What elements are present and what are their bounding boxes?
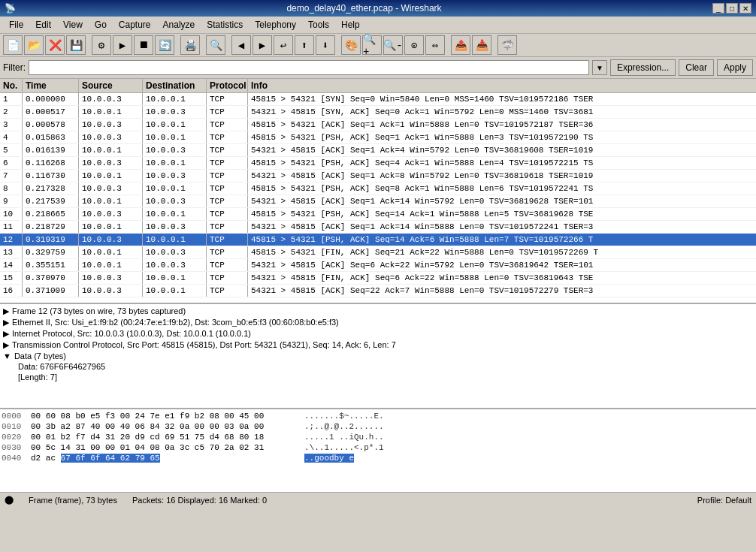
capture-stop-button[interactable]: ⏹ <box>134 35 153 55</box>
detail-item[interactable]: ▶Ethernet II, Src: Usi_e1:f9:b2 (00:24:7… <box>2 317 754 328</box>
detail-item[interactable]: ▶Internet Protocol, Src: 10.0.0.3 (10.0.… <box>2 328 754 339</box>
header-destination: Destination <box>143 79 207 92</box>
title-bar: 📡 demo_delay40_ether.pcap - Wireshark _ … <box>0 0 756 17</box>
table-row[interactable]: 1 0.000000 10.0.0.3 10.0.0.1 TCP 45815 >… <box>0 93 756 106</box>
menu-item-statistics[interactable]: Statistics <box>201 18 249 32</box>
cell-destination: 10.0.0.1 <box>143 285 207 297</box>
table-row[interactable]: 5 0.016139 10.0.0.1 10.0.0.3 TCP 54321 >… <box>0 144 756 157</box>
close-button2[interactable]: ❌ <box>45 35 65 55</box>
table-row[interactable]: 12 0.319319 10.0.0.3 10.0.0.1 TCP 45815 … <box>0 234 756 246</box>
table-row[interactable]: 6 0.116268 10.0.0.3 10.0.0.1 TCP 45815 >… <box>0 157 756 170</box>
find-button[interactable]: 🔍 <box>206 35 225 55</box>
expand-icon: ▼ <box>3 351 11 360</box>
detail-sub-item: [Length: 7] <box>17 372 754 382</box>
table-row[interactable]: 7 0.116730 10.0.0.1 10.0.0.3 TCP 54321 >… <box>0 170 756 182</box>
menu-item-file[interactable]: File <box>3 18 29 32</box>
export-button[interactable]: 📤 <box>451 35 470 55</box>
cell-info: 54321 > 45815 [FIN, ACK] Seq=6 Ack=22 Wi… <box>248 272 756 284</box>
header-info: Info <box>248 79 756 92</box>
cell-no: 11 <box>0 221 23 233</box>
table-row[interactable]: 10 0.218665 10.0.0.3 10.0.0.1 TCP 45815 … <box>0 208 756 221</box>
clear-button[interactable]: Clear <box>679 59 714 76</box>
detail-item[interactable]: ▶Frame 12 (73 bytes on wire, 73 bytes ca… <box>2 306 754 317</box>
print-button[interactable]: 🖨️ <box>180 35 200 55</box>
capture-restart-button[interactable]: 🔄 <box>155 35 174 55</box>
cell-source: 10.0.0.3 <box>79 182 143 195</box>
cell-no: 7 <box>0 170 23 182</box>
menu-item-tools[interactable]: Tools <box>302 18 335 32</box>
menu-item-go[interactable]: Go <box>89 18 113 32</box>
hex-bytes: 00 01 b2 f7 d4 31 20 d9 cd 69 51 75 d4 6… <box>31 433 301 442</box>
table-row[interactable]: 3 0.000578 10.0.0.3 10.0.0.1 TCP 45815 >… <box>0 119 756 131</box>
close-button[interactable]: ✕ <box>739 3 751 14</box>
expression-button[interactable]: Expression... <box>610 59 676 76</box>
table-row[interactable]: 13 0.329759 10.0.0.1 10.0.0.3 TCP 45815 … <box>0 246 756 259</box>
open-button[interactable]: 📂 <box>24 35 44 55</box>
capture-options-button[interactable]: ⚙️ <box>92 35 111 55</box>
back-button[interactable]: ◀ <box>231 35 251 55</box>
capture-start-button[interactable]: ▶ <box>113 35 132 55</box>
filter-dropdown-button[interactable]: ▼ <box>592 60 607 75</box>
window-controls: _ □ ✕ <box>712 3 751 14</box>
cell-protocol: TCP <box>207 144 248 156</box>
hex-offset: 0020 <box>2 433 28 442</box>
zoom-normal-button[interactable]: ⊙ <box>404 35 424 55</box>
table-row[interactable]: 2 0.000517 10.0.0.1 10.0.0.3 TCP 54321 >… <box>0 106 756 119</box>
menu-item-help[interactable]: Help <box>335 18 366 32</box>
top-button[interactable]: ⬆ <box>295 35 314 55</box>
menu-item-analyze[interactable]: Analyze <box>157 18 201 32</box>
detail-item[interactable]: ▼Data (7 bytes) <box>2 351 754 361</box>
cell-info: 45815 > 54321 [SYN] Seq=0 Win=5840 Len=0… <box>248 93 756 105</box>
new-button[interactable]: 📄 <box>3 35 23 55</box>
status-bar: ⬤ Frame (frame), 73 bytes Packets: 16 Di… <box>0 492 756 507</box>
table-row[interactable]: 16 0.371009 10.0.0.3 10.0.0.1 TCP 54321 … <box>0 285 756 297</box>
save-button[interactable]: 💾 <box>66 35 86 55</box>
table-row[interactable]: 9 0.217539 10.0.0.1 10.0.0.3 TCP 54321 >… <box>0 195 756 208</box>
menu-item-edit[interactable]: Edit <box>29 18 57 32</box>
goto-button[interactable]: ↩ <box>274 35 293 55</box>
table-row[interactable]: 8 0.217328 10.0.0.3 10.0.0.1 TCP 45815 >… <box>0 182 756 195</box>
hex-offset: 0000 <box>2 412 28 421</box>
bottom-button[interactable]: ⬇ <box>316 35 335 55</box>
cell-info: 54321 > 45815 [ACK] Seq=6 Ack=22 Win=579… <box>248 259 756 271</box>
menu-item-telephony[interactable]: Telephony <box>249 18 302 32</box>
zoom-in-button[interactable]: 🔍+ <box>362 35 382 55</box>
cell-destination: 10.0.0.3 <box>143 106 207 118</box>
cell-time: 0.355151 <box>23 259 79 271</box>
maximize-button[interactable]: □ <box>726 3 738 14</box>
cell-info: 45815 > 54321 [PSH, ACK] Seq=8 Ack=1 Win… <box>248 182 756 195</box>
header-protocol: Protocol <box>207 79 248 92</box>
cell-info: 45815 > 54321 [FIN, ACK] Seq=21 Ack=22 W… <box>248 246 756 258</box>
table-row[interactable]: 15 0.370970 10.0.0.3 10.0.0.1 TCP 54321 … <box>0 272 756 285</box>
hex-highlight: 67 6f 6f 64 62 79 65 <box>61 454 160 463</box>
colorize-button[interactable]: 🎨 <box>341 35 361 55</box>
cell-source: 10.0.0.1 <box>79 246 143 258</box>
cell-source: 10.0.0.1 <box>79 144 143 156</box>
filter-input[interactable] <box>29 60 589 75</box>
table-row[interactable]: 4 0.015863 10.0.0.3 10.0.0.1 TCP 45815 >… <box>0 131 756 144</box>
table-row[interactable]: 11 0.218729 10.0.0.1 10.0.0.3 TCP 54321 … <box>0 221 756 234</box>
zoom-out-button[interactable]: 🔍- <box>383 35 403 55</box>
hex-bytes: 00 60 08 b0 e5 f3 00 24 7e e1 f9 b2 08 0… <box>31 412 301 421</box>
window-title: demo_delay40_ether.pcap - Wireshark <box>16 3 712 14</box>
expand-icon: ▶ <box>3 340 9 349</box>
packet-list[interactable]: No. Time Source Destination Protocol Inf… <box>0 79 756 304</box>
minimize-button[interactable]: _ <box>712 3 724 14</box>
cell-protocol: TCP <box>207 259 248 271</box>
resize-button[interactable]: ⇔ <box>425 35 445 55</box>
detail-label: Internet Protocol, Src: 10.0.0.3 (10.0.0… <box>12 329 251 338</box>
hex-row: 0030 00 5c 14 31 00 00 01 04 08 0a 3c c5… <box>2 442 754 453</box>
cell-protocol: TCP <box>207 246 248 258</box>
cell-info: 54321 > 45815 [ACK] Seq=1 Ack=14 Win=579… <box>248 195 756 207</box>
table-row[interactable]: 14 0.355151 10.0.0.1 10.0.0.3 TCP 54321 … <box>0 259 756 272</box>
shark-button[interactable]: 🦈 <box>497 35 517 55</box>
menu-item-view[interactable]: View <box>57 18 89 32</box>
import-button[interactable]: 📥 <box>472 35 491 55</box>
hex-bytes: 00 3b a2 87 40 00 40 06 84 32 0a 00 00 0… <box>31 422 301 431</box>
status-icon: ⬤ <box>5 495 14 505</box>
menu-item-capture[interactable]: Capture <box>113 18 157 32</box>
apply-button[interactable]: Apply <box>717 59 753 76</box>
forward-button[interactable]: ▶ <box>253 35 272 55</box>
cell-no: 13 <box>0 246 23 258</box>
detail-item[interactable]: ▶Transmission Control Protocol, Src Port… <box>2 339 754 351</box>
